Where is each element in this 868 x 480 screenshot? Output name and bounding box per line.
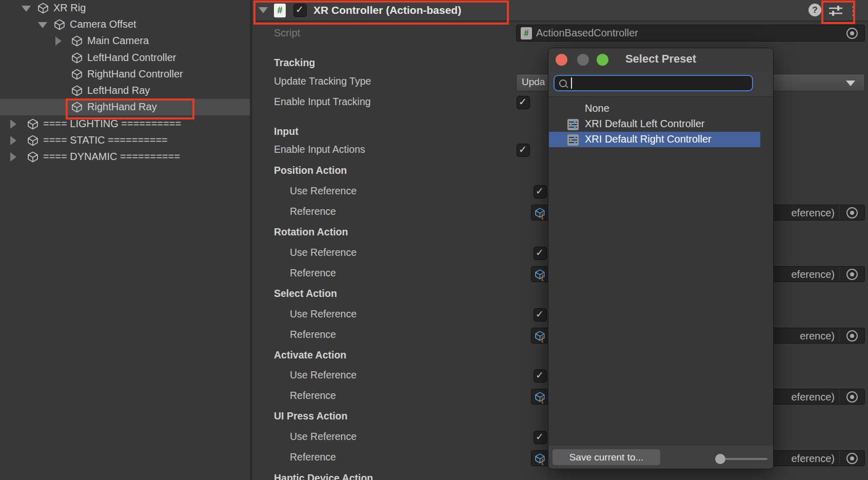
svg-text:{: { [541,212,544,219]
label-update-tracking-type: Update Tracking Type [274,75,371,87]
object-picker-icon[interactable] [846,330,858,342]
hierarchy-panel: XR Rig Camera Offset Main Camera LeftHan… [0,0,250,480]
label-enable-input-actions: Enable Input Actions [274,144,365,155]
script-object-field[interactable]: # ActionBasedController [516,25,865,42]
text-cursor [571,77,572,89]
gameobject-cube-icon [71,35,83,47]
hierarchy-item-righthand-controller[interactable]: RightHand Controller [0,66,250,83]
size-slider-track[interactable] [720,458,767,460]
hierarchy-item-righthand-ray[interactable]: RightHand Ray [0,99,250,115]
script-row-label: Script [274,27,300,39]
component-enabled-checkbox[interactable] [293,4,307,17]
label-reference: Reference [290,329,336,341]
label-rotation-action: Rotation Action [274,226,348,238]
hierarchy-item-lefthand-controller[interactable]: LeftHand Controller [0,50,250,66]
csharp-script-icon: # [274,4,286,17]
activate-use-reference-checkbox[interactable] [534,369,547,383]
preset-item-right-controller[interactable]: XRI Default Right Controller [549,132,760,147]
label-enable-input-tracking: Enable Input Tracking [274,96,371,108]
preset-item-left-controller[interactable]: XRI Default Left Controller [549,116,760,132]
input-action-reference-icon: { [534,330,546,343]
label-use-reference: Use Reference [290,308,357,320]
component-foldout-icon[interactable] [259,7,268,13]
hierarchy-item-label: ==== LIGHTING ========== [43,118,181,130]
object-picker-icon[interactable] [846,207,858,219]
label-use-reference: Use Reference [290,247,357,258]
object-picker-zone[interactable] [839,205,864,220]
select-use-reference-checkbox[interactable] [534,308,547,322]
enable-input-tracking-checkbox[interactable] [517,96,530,109]
gameobject-cube-icon [27,134,39,147]
object-picker-zone[interactable] [839,328,864,343]
hierarchy-item-label: RightHand Controller [87,68,183,80]
foldout-open-icon[interactable] [22,6,31,12]
uipress-use-reference-checkbox[interactable] [534,431,547,444]
gameobject-cube-icon [71,101,83,113]
svg-text:{: { [541,458,544,465]
hierarchy-item-main-camera[interactable]: Main Camera [0,33,250,49]
label-activate-action: Activate Action [274,349,346,361]
hierarchy-item-label: Main Camera [87,35,149,47]
reference-value-fragment: eference) [792,453,835,465]
gameobject-cube-icon [37,2,49,14]
hierarchy-item-lefthand-ray[interactable]: LeftHand Ray [0,83,250,99]
object-picker-icon[interactable] [846,391,858,403]
hierarchy-item-static-divider[interactable]: ==== STATIC ========== [0,132,250,149]
label-reference: Reference [290,267,336,279]
label-ui-press-action: UI Press Action [274,410,347,422]
hierarchy-item-dynamic-divider[interactable]: ==== DYNAMIC ========== [0,149,250,165]
input-action-reference-icon: { [534,452,546,465]
gameobject-cube-icon [71,52,83,64]
hierarchy-item-label: RightHand Ray [87,101,157,113]
object-picker-icon[interactable] [846,27,858,39]
help-icon[interactable]: ? [808,4,821,16]
preset-item-none[interactable]: None [549,101,760,116]
hierarchy-item-camera-offset[interactable]: Camera Offset [0,16,250,33]
label-select-action: Select Action [274,288,337,299]
rotation-use-reference-checkbox[interactable] [534,247,547,260]
foldout-closed-icon[interactable] [10,136,16,145]
component-title: XR Controller (Action-based) [313,4,461,16]
size-slider-knob[interactable] [715,454,725,464]
foldout-closed-icon[interactable] [55,36,62,46]
object-picker-zone[interactable] [839,389,864,404]
object-picker-icon[interactable] [846,452,858,465]
enable-input-actions-checkbox[interactable] [517,144,530,157]
label-use-reference: Use Reference [290,369,357,381]
select-preset-window: Select Preset None XRI Default Left Cont… [548,48,774,469]
hierarchy-item-lighting-divider[interactable]: ==== LIGHTING ========== [0,116,250,132]
gameobject-cube-icon [27,118,39,130]
preset-search-input[interactable] [554,75,753,91]
hierarchy-item-label: XR Rig [53,2,86,14]
object-picker-icon[interactable] [846,268,858,281]
foldout-closed-icon[interactable] [10,119,16,129]
foldout-closed-icon[interactable] [10,152,16,162]
object-picker-zone[interactable] [839,267,864,282]
hierarchy-item-label: ==== DYNAMIC ========== [43,151,180,163]
label-haptic-device-action: Haptic Device Action [274,472,373,480]
label-reference: Reference [290,206,336,217]
svg-text:{: { [541,396,544,404]
save-current-to-button[interactable]: Save current to... [553,449,660,465]
more-options-kebab-icon[interactable] [853,4,855,18]
component-header[interactable]: # XR Controller (Action-based) ? [252,0,868,22]
foldout-open-icon[interactable] [38,22,47,28]
search-icon [559,79,567,87]
hierarchy-item-xr-rig[interactable]: XR Rig [0,0,250,16]
object-picker-zone[interactable] [839,451,864,466]
reference-value-fragment: erence) [800,330,835,342]
popup-titlebar[interactable]: Select Preset [548,48,773,71]
hierarchy-item-label: LeftHand Controller [87,52,176,64]
presets-icon[interactable] [828,5,843,17]
position-use-reference-checkbox[interactable] [534,185,547,198]
popup-title: Select Preset [548,52,773,66]
hierarchy-item-label: LeftHand Ray [87,85,150,96]
gameobject-cube-icon [71,85,83,97]
label-use-reference: Use Reference [290,185,357,197]
svg-text:{: { [541,335,544,343]
label-position-action: Position Action [274,165,347,176]
preset-item-label: XRI Default Left Controller [585,118,704,130]
preset-asset-icon [566,118,580,131]
label-use-reference: Use Reference [290,431,357,443]
preset-asset-icon [566,133,580,147]
